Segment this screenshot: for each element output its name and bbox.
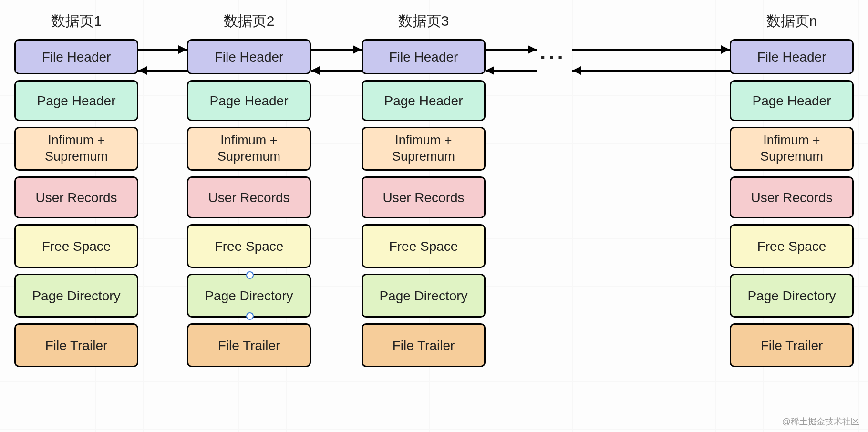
section-file_trailer: File Trailer: [187, 323, 311, 367]
selection-handle[interactable]: [246, 271, 254, 279]
page-title: 数据页n: [730, 11, 854, 31]
watermark: @稀土掘金技术社区: [782, 416, 859, 427]
section-page_header: Page Header: [730, 80, 854, 121]
section-page_directory: Page Directory: [187, 274, 311, 318]
section-page_header: Page Header: [14, 80, 138, 121]
section-infimum: Infimum + Supremum: [362, 127, 486, 171]
section-file_header: File Header: [730, 39, 854, 74]
link-arrow: [568, 63, 734, 78]
section-page_header: Page Header: [187, 80, 311, 121]
section-page_directory: Page Directory: [362, 274, 486, 318]
section-file_header: File Header: [362, 39, 486, 74]
svg-marker-11: [486, 66, 494, 75]
svg-marker-7: [311, 66, 320, 75]
link-arrow: [134, 42, 192, 57]
section-free_space: Free Space: [14, 224, 138, 268]
section-user_records: User Records: [730, 176, 854, 218]
svg-marker-15: [572, 66, 581, 75]
page-stack: File HeaderPage HeaderInfimum + Supremum…: [187, 39, 311, 373]
section-file_header: File Header: [14, 39, 138, 74]
svg-marker-5: [353, 45, 362, 54]
section-infimum: Infimum + Supremum: [730, 127, 854, 171]
section-free_space: Free Space: [730, 224, 854, 268]
section-user_records: User Records: [14, 176, 138, 218]
link-arrow: [306, 63, 366, 78]
section-file_trailer: File Trailer: [730, 323, 854, 367]
svg-marker-13: [721, 45, 730, 54]
page-title: 数据页1: [14, 11, 138, 31]
page-title: 数据页3: [362, 11, 486, 31]
ellipsis: ···: [540, 46, 566, 70]
section-page_directory: Page Directory: [14, 274, 138, 318]
section-file_trailer: File Trailer: [14, 323, 138, 367]
section-free_space: Free Space: [187, 224, 311, 268]
section-user_records: User Records: [362, 176, 486, 218]
section-infimum: Infimum + Supremum: [14, 127, 138, 171]
link-arrow: [481, 63, 541, 78]
page-stack: File HeaderPage HeaderInfimum + Supremum…: [730, 39, 854, 373]
section-free_space: Free Space: [362, 224, 486, 268]
link-arrow: [306, 42, 366, 57]
selection-handle[interactable]: [246, 312, 254, 320]
svg-marker-9: [528, 45, 537, 54]
page-stack: File HeaderPage HeaderInfimum + Supremum…: [14, 39, 138, 373]
page-stack: File HeaderPage HeaderInfimum + Supremum…: [362, 39, 486, 373]
section-infimum: Infimum + Supremum: [187, 127, 311, 171]
link-arrow: [134, 63, 192, 78]
link-arrow: [568, 42, 734, 57]
section-file_header: File Header: [187, 39, 311, 74]
link-arrow: [481, 42, 541, 57]
svg-marker-1: [178, 45, 187, 54]
svg-marker-3: [138, 66, 147, 75]
section-user_records: User Records: [187, 176, 311, 218]
section-file_trailer: File Trailer: [362, 323, 486, 367]
section-page_directory: Page Directory: [730, 274, 854, 318]
section-page_header: Page Header: [362, 80, 486, 121]
page-title: 数据页2: [187, 11, 311, 31]
